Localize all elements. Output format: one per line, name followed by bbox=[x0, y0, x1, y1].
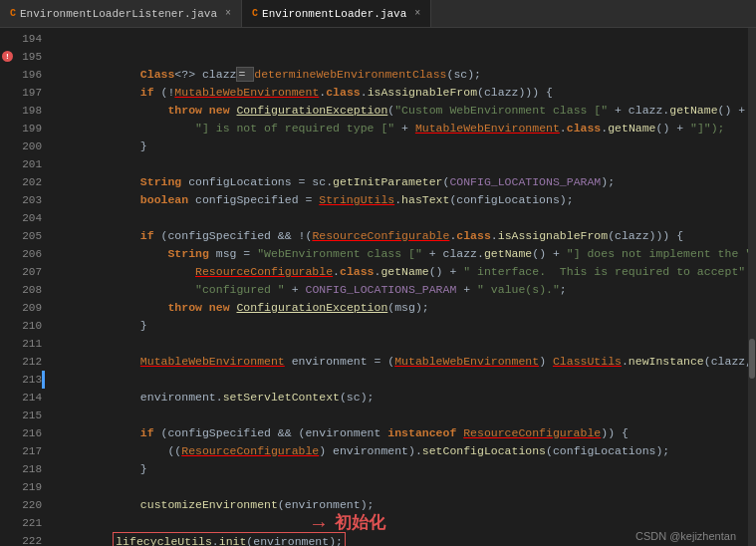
code-line-218 bbox=[50, 460, 756, 478]
arrow-symbol: → bbox=[309, 514, 329, 532]
editor-window: C EnvironmentLoaderListener.java × C Env… bbox=[0, 0, 756, 546]
code-line-202: boolean configSpecified = StringUtils.ha… bbox=[50, 173, 756, 191]
scrollbar-thumb[interactable] bbox=[749, 339, 755, 379]
ln-194: 194 bbox=[0, 30, 42, 48]
code-line-195: Class<?> clazz= determineWebEnvironmentC… bbox=[50, 48, 756, 66]
ln-199: 199 bbox=[0, 120, 42, 137]
ln-196: 196 bbox=[0, 66, 42, 84]
ln-215: 215 bbox=[0, 407, 42, 424]
code-line-212 bbox=[50, 353, 756, 371]
ln-217: 217 bbox=[0, 442, 42, 460]
code-line-216: ((ResourceConfigurable) environment).set… bbox=[50, 424, 756, 442]
scrollbar-right[interactable] bbox=[748, 28, 756, 546]
ln-221: 221 bbox=[0, 514, 42, 532]
ln-198: 198 bbox=[0, 102, 42, 120]
code-line-213: environment.setServletContext(sc); bbox=[50, 371, 756, 389]
ln-211: 211 bbox=[0, 335, 42, 353]
code-line-209: } bbox=[50, 299, 756, 317]
tab-2-label: EnvironmentLoader.java bbox=[262, 8, 406, 20]
code-line-214 bbox=[50, 389, 756, 407]
error-marker: ! bbox=[2, 51, 13, 62]
ln-195: ! 195 bbox=[0, 48, 42, 66]
ln-197: 197 bbox=[0, 84, 42, 102]
code-line-207: "configured " + CONFIG_LOCATIONS_PARAM +… bbox=[50, 263, 756, 281]
code-line-219: customizeEnvironment(environment); bbox=[50, 478, 756, 496]
code-line-199: } bbox=[50, 120, 756, 137]
annotation-text-221: 初始化 bbox=[335, 514, 385, 532]
code-line-205: String msg = "WebEnvironment class [" + … bbox=[50, 227, 756, 245]
ln-216: 216 bbox=[0, 424, 42, 442]
ln-202: 202 bbox=[0, 173, 42, 191]
code-line-215: if (configSpecified && (environment inst… bbox=[50, 407, 756, 424]
ln-219: 219 bbox=[0, 478, 42, 496]
blue-marker-213 bbox=[42, 371, 45, 389]
code-line-203 bbox=[50, 191, 756, 209]
ln-204: 204 bbox=[0, 209, 42, 227]
tab-1[interactable]: C EnvironmentLoaderListener.java × bbox=[0, 0, 242, 27]
code-line-197: throw new ConfigurationException("Custom… bbox=[50, 84, 756, 102]
code-line-201: String configLocations = sc.getInitParam… bbox=[50, 155, 756, 173]
line-numbers: 194 ! 195 196 197 198 199 200 201 202 20… bbox=[0, 28, 50, 546]
tab-1-label: EnvironmentLoaderListener.java bbox=[20, 8, 217, 20]
ln-208: 208 bbox=[0, 281, 42, 299]
close-icon-1[interactable]: × bbox=[225, 8, 231, 19]
code-line-210 bbox=[50, 317, 756, 335]
code-line-194 bbox=[50, 30, 756, 48]
code-line-220 bbox=[50, 496, 756, 514]
code-line-198: "] is not of required type [" + MutableW… bbox=[50, 102, 756, 120]
ln-222: 222 bbox=[0, 532, 42, 546]
ln-209: 209 bbox=[0, 299, 42, 317]
annotation-group: → 初始化 bbox=[309, 514, 385, 532]
ln-210: 210 bbox=[0, 317, 42, 335]
code-line-208: throw new ConfigurationException(msg); bbox=[50, 281, 756, 299]
ln-220: 220 bbox=[0, 496, 42, 514]
ln-212: 212 bbox=[0, 353, 42, 371]
ln-205: 205 bbox=[0, 227, 42, 245]
code-line-206: ResourceConfigurable.class.getName() + "… bbox=[50, 245, 756, 263]
ln-213: 213 bbox=[0, 371, 42, 389]
code-line-204: if (configSpecified && !(ResourceConfigu… bbox=[50, 209, 756, 227]
code-line-196: if (!MutableWebEnvironment.class.isAssig… bbox=[50, 66, 756, 84]
code-line-217: } bbox=[50, 442, 756, 460]
ln-203: 203 bbox=[0, 191, 42, 209]
tab-bar: C EnvironmentLoaderListener.java × C Env… bbox=[0, 0, 756, 28]
bottom-label: CSDN @kejizhentan bbox=[635, 530, 736, 542]
tab-2[interactable]: C EnvironmentLoader.java × bbox=[242, 0, 431, 27]
ln-214: 214 bbox=[0, 389, 42, 407]
ln-206: 206 bbox=[0, 245, 42, 263]
ln-207: 207 bbox=[0, 263, 42, 281]
ln-200: 200 bbox=[0, 137, 42, 155]
java-icon-1: C bbox=[10, 8, 16, 19]
code-line-211: MutableWebEnvironment environment = (Mut… bbox=[50, 335, 756, 353]
ln-201: 201 bbox=[0, 155, 42, 173]
code-area[interactable]: Class<?> clazz= determineWebEnvironmentC… bbox=[50, 28, 756, 546]
editor-body: 194 ! 195 196 197 198 199 200 201 202 20… bbox=[0, 28, 756, 546]
ln-218: 218 bbox=[0, 460, 42, 478]
java-icon-2: C bbox=[252, 8, 258, 19]
code-line-200 bbox=[50, 137, 756, 155]
close-icon-2[interactable]: × bbox=[414, 8, 420, 19]
